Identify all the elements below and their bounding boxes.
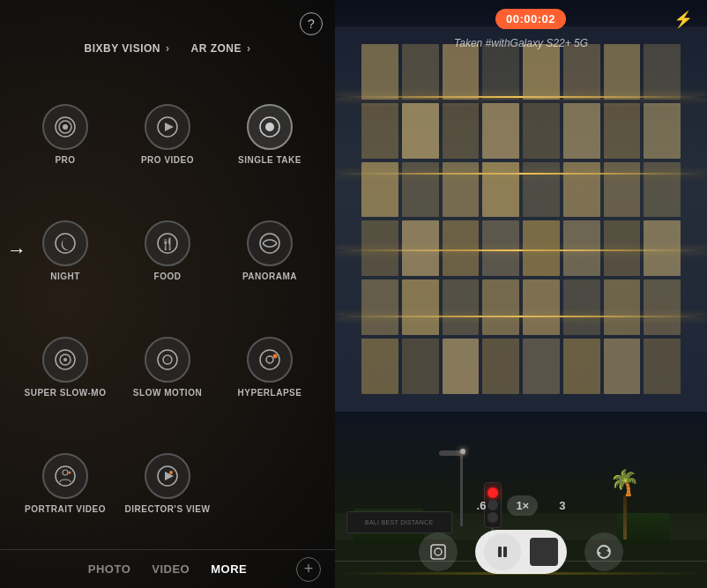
svg-point-13 [63, 358, 67, 361]
panorama-label: PANORAMA [242, 272, 297, 281]
camera-bottom-tabs: PHOTO VIDEO MORE + [0, 549, 335, 588]
panorama-icon [247, 220, 293, 266]
single-take-icon [247, 104, 293, 150]
camera-switch-button[interactable] [419, 532, 458, 571]
svg-rect-28 [498, 547, 502, 557]
tab-video[interactable]: VIDEO [152, 562, 190, 576]
svg-marker-30 [607, 548, 610, 553]
pause-stop-group [475, 530, 567, 574]
mode-slow-motion[interactable]: SLOW MOTION [116, 309, 219, 426]
pro-label: PRO [55, 155, 75, 165]
mode-portrait-video[interactable]: PORTRAIT VIDEO [14, 426, 116, 542]
pause-button[interactable] [484, 533, 521, 570]
bixby-arrow-icon: › [166, 42, 170, 55]
directors-view-label: DIRECTOR'S VIEW [125, 504, 211, 514]
svg-point-17 [260, 350, 279, 369]
single-take-label: SINGLE TAKE [238, 155, 301, 165]
camera-modes-grid: PRO PRO VIDEO [0, 69, 335, 549]
svg-marker-4 [165, 123, 174, 131]
viewfinder-controls: .6 1× 3 [335, 488, 707, 588]
pro-video-label: PRO VIDEO [141, 155, 194, 165]
recording-controls [335, 523, 707, 588]
camera-viewfinder: 🌴 BALI BEST DISTANCE 00:00:02 ⚡ Taken #w… [335, 0, 707, 588]
zoom-controls: .6 1× 3 [335, 488, 707, 523]
top-navigation: BIXBY VISION › AR ZONE › [0, 0, 335, 69]
recording-timer: 00:00:02 [495, 9, 566, 29]
flip-camera-button[interactable] [584, 532, 623, 571]
portrait-video-label: PORTRAIT VIDEO [25, 504, 106, 514]
ar-arrow-icon: › [247, 42, 251, 55]
hyperlapse-icon [247, 337, 293, 383]
camera-modes-panel: ? BIXBY VISION › AR ZONE › [0, 0, 335, 588]
food-label: FOOD [154, 272, 182, 281]
help-button[interactable]: ? [300, 12, 323, 35]
svg-point-16 [166, 358, 169, 361]
mode-pro-video[interactable]: PRO VIDEO [116, 76, 219, 192]
svg-point-2 [63, 124, 68, 130]
svg-point-22 [69, 472, 71, 474]
svg-rect-26 [431, 545, 445, 559]
portrait-video-icon [42, 453, 88, 499]
mode-food[interactable]: 🍴 FOOD [116, 192, 219, 309]
night-icon [42, 220, 88, 266]
svg-point-19 [273, 354, 278, 359]
mode-panorama[interactable]: PANORAMA [219, 192, 321, 309]
night-label: NIGHT [50, 272, 80, 281]
svg-point-20 [56, 466, 75, 486]
zoom-3x-button[interactable]: 3 [552, 495, 572, 516]
add-mode-button[interactable]: + [296, 557, 321, 582]
svg-point-7 [56, 234, 75, 253]
mode-super-slow-mo[interactable]: SUPER SLOW-MO [14, 309, 116, 426]
tab-more[interactable]: MORE [211, 562, 247, 576]
slow-motion-icon [145, 337, 190, 383]
mode-night[interactable]: → NIGHT [14, 192, 116, 309]
svg-point-27 [435, 548, 442, 555]
svg-point-21 [63, 470, 68, 475]
mode-directors-view[interactable]: DIRECTOR'S VIEW [116, 426, 219, 542]
viewfinder-top-ui: 00:00:02 ⚡ [335, 0, 707, 38]
zoom-0.6-button[interactable]: .6 [470, 495, 494, 516]
super-slow-mo-label: SUPER SLOW-MO [25, 388, 107, 398]
directors-view-icon [145, 453, 190, 499]
svg-rect-29 [503, 547, 507, 557]
svg-point-25 [169, 471, 173, 474]
svg-marker-31 [598, 551, 601, 555]
ar-zone-nav[interactable]: AR ZONE › [190, 42, 250, 55]
slow-motion-label: SLOW MOTION [133, 388, 202, 398]
zoom-1x-button[interactable]: 1× [507, 495, 538, 516]
mode-single-take[interactable]: SINGLE TAKE [219, 76, 321, 192]
pro-video-icon [145, 104, 190, 150]
super-slow-mo-icon [42, 337, 88, 383]
food-icon: 🍴 [145, 220, 190, 266]
photo-watermark: Taken #withGalaxy S22+ 5G [335, 37, 707, 49]
bixby-vision-nav[interactable]: BIXBY VISION › [85, 42, 170, 55]
mode-pro[interactable]: PRO [14, 76, 116, 192]
svg-point-6 [265, 123, 274, 131]
pro-icon [42, 104, 88, 150]
mode-hyperlapse[interactable]: HYPERLAPSE [219, 309, 321, 426]
svg-point-18 [266, 356, 273, 363]
stop-button[interactable] [530, 538, 558, 566]
svg-text:🍴: 🍴 [160, 236, 175, 251]
hyperlapse-label: HYPERLAPSE [238, 388, 302, 398]
flash-icon[interactable]: ⚡ [674, 10, 693, 29]
tab-photo[interactable]: PHOTO [88, 562, 131, 576]
